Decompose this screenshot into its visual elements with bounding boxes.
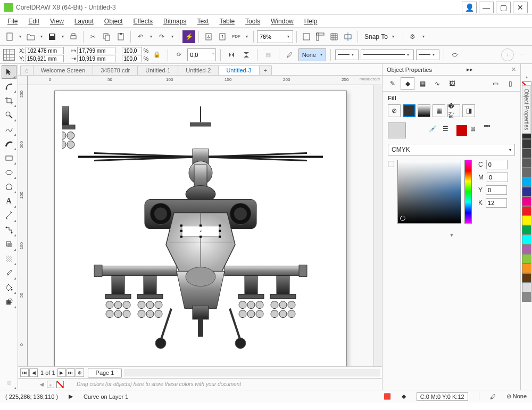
curve-tab[interactable]: ∿ xyxy=(430,77,444,90)
transparency-tab[interactable]: ▦ xyxy=(415,77,429,90)
color-swatch[interactable] xyxy=(522,264,531,273)
search-content-button[interactable]: ⚡ xyxy=(182,30,195,43)
width-input[interactable] xyxy=(77,47,115,54)
menu-layout[interactable]: Layout xyxy=(69,16,99,27)
menu-bitmaps[interactable]: Bitmaps xyxy=(158,16,192,27)
wrap-text-button[interactable]: ▦ xyxy=(262,48,275,61)
palette-up[interactable]: ▴ xyxy=(526,75,528,79)
hue-slider[interactable] xyxy=(464,160,472,224)
helicopter-artwork[interactable]: × xyxy=(62,106,339,362)
undo-button[interactable]: ↶ xyxy=(134,30,147,43)
tab-untitled-2[interactable]: Untitled-2 xyxy=(178,65,219,75)
rotation-input[interactable]: ° xyxy=(187,48,216,61)
menu-object[interactable]: Object xyxy=(99,16,128,27)
menu-window[interactable]: Window xyxy=(265,16,299,27)
color-swatch[interactable] xyxy=(522,216,531,225)
polygon-tool[interactable] xyxy=(2,180,16,194)
bitmap-tab[interactable]: 🖼 xyxy=(445,77,459,90)
palette-icon[interactable]: ⊞ xyxy=(470,125,481,136)
postscript-fill-button[interactable]: ◨ xyxy=(462,104,475,117)
menu-edit[interactable]: Edit xyxy=(23,16,45,27)
save-button[interactable] xyxy=(46,30,59,43)
scrollbar-horizontal[interactable] xyxy=(124,369,380,376)
more-icon[interactable] xyxy=(484,125,490,136)
height-input[interactable] xyxy=(77,55,115,62)
paste-button[interactable] xyxy=(114,30,127,43)
tab-untitled-1[interactable]: Untitled-1 xyxy=(137,65,178,75)
cut-button[interactable]: ✂ xyxy=(87,30,99,43)
color-swatch[interactable] xyxy=(522,283,531,292)
menu-text[interactable]: Text xyxy=(192,16,214,27)
snap-to-dropdown[interactable]: Snap To▾ xyxy=(361,30,400,43)
color-swatch[interactable] xyxy=(522,235,531,244)
fountain-fill-button[interactable] xyxy=(418,104,430,117)
color-model-dropdown[interactable]: CMYK▾ xyxy=(388,144,515,155)
options-button[interactable]: ⚙ xyxy=(406,30,419,43)
close-curve-button[interactable] xyxy=(448,48,461,61)
copy-button[interactable] xyxy=(101,30,113,43)
detail-tab[interactable]: ▯ xyxy=(503,77,517,90)
guides-button[interactable] xyxy=(342,30,354,43)
mirror-v-button[interactable] xyxy=(240,48,253,61)
color-preview[interactable] xyxy=(388,122,406,138)
prev-page-button[interactable]: ◀ xyxy=(29,368,38,377)
parallel-dim-tool[interactable] xyxy=(2,209,16,223)
tab-welcome[interactable]: Welcome Screen xyxy=(33,65,94,75)
new-button[interactable] xyxy=(3,30,16,43)
scale-y-input[interactable] xyxy=(122,55,142,62)
next-page-button[interactable]: ▶ xyxy=(57,368,66,377)
add-color-swatch[interactable]: ＋ xyxy=(47,381,54,388)
fill-swatch-icon[interactable]: ◆ xyxy=(402,393,406,400)
menu-table[interactable]: Table xyxy=(214,16,240,27)
zoom-input[interactable] xyxy=(259,34,285,40)
undo-dropdown[interactable]: ▾ xyxy=(148,34,154,39)
minimize-button[interactable]: — xyxy=(479,2,494,13)
user-icon[interactable]: 👤 xyxy=(462,2,477,13)
shape-tool[interactable] xyxy=(2,79,16,93)
first-page-button[interactable]: ⏮ xyxy=(20,368,29,377)
color-swatch[interactable] xyxy=(522,254,531,264)
menu-view[interactable]: View xyxy=(45,16,69,27)
outline-pen-status-icon[interactable]: 🖊 xyxy=(490,393,496,400)
pick-tool[interactable] xyxy=(2,65,16,79)
home-icon[interactable]: ⌂ xyxy=(20,65,34,75)
menu-help[interactable]: Help xyxy=(299,16,323,27)
ruler-corner[interactable] xyxy=(18,76,28,85)
black-input[interactable] xyxy=(486,198,507,208)
eyedropper-icon[interactable]: 💉 xyxy=(429,125,439,136)
color-picker-area[interactable] xyxy=(397,160,461,224)
maximize-button[interactable]: ▢ xyxy=(496,2,511,13)
print-button[interactable] xyxy=(67,30,80,43)
magenta-input[interactable] xyxy=(487,173,508,182)
tab-file-1[interactable]: 345678.cdr xyxy=(93,65,138,75)
menu-file[interactable]: File xyxy=(2,16,23,27)
new-dropdown[interactable]: ▾ xyxy=(17,34,23,39)
summary-tab[interactable]: ▭ xyxy=(488,77,502,90)
eyedropper-tool[interactable] xyxy=(2,266,16,280)
color-swatch[interactable] xyxy=(522,139,531,149)
fill-tab[interactable]: ◆ xyxy=(401,77,414,90)
ellipse-tool[interactable] xyxy=(2,166,16,179)
document-palette[interactable]: ◀ ＋ Drag colors (or objects) here to sto… xyxy=(18,378,382,390)
scale-x-input[interactable] xyxy=(122,47,142,54)
transparency-tool[interactable] xyxy=(2,252,16,266)
import-button[interactable] xyxy=(202,30,215,43)
color-swatch[interactable] xyxy=(522,244,531,254)
color-swatch[interactable] xyxy=(522,149,531,158)
fullscreen-button[interactable] xyxy=(300,30,313,43)
lock-ratio-button[interactable]: 🔒 xyxy=(151,48,163,61)
page-tab[interactable]: Page 1 xyxy=(88,368,122,378)
uniform-fill-button[interactable] xyxy=(403,104,415,117)
connector-tool[interactable] xyxy=(2,223,16,237)
rectangle-tool[interactable] xyxy=(2,151,16,165)
new-tab-button[interactable]: + xyxy=(259,65,272,75)
scrollbar-vertical[interactable] xyxy=(373,85,382,366)
tab-untitled-3[interactable]: Untitled-3 xyxy=(218,65,259,75)
add-button[interactable]: + xyxy=(501,48,514,61)
quick-customize-button[interactable]: ⋯ xyxy=(516,48,529,61)
publish-pdf-button[interactable]: PDF xyxy=(230,30,243,43)
menu-tools[interactable]: Tools xyxy=(240,16,265,27)
artistic-media-tool[interactable] xyxy=(2,137,16,151)
freehand-tool[interactable] xyxy=(2,122,16,136)
crop-tool[interactable] xyxy=(2,94,16,108)
